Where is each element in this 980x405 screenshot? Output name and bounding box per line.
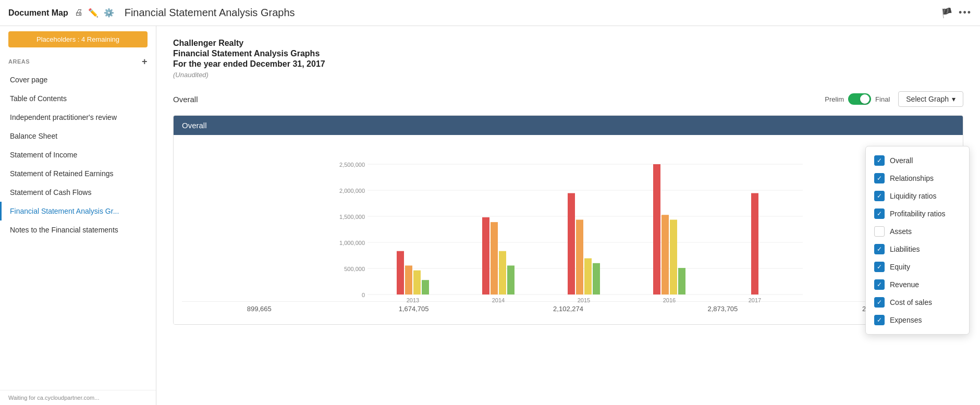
checkbox-cost-of-sales[interactable]: ✓ xyxy=(874,297,885,308)
document-header: Challenger Realty Financial Statement An… xyxy=(173,39,963,79)
placeholder-button[interactable]: Placeholders : 4 Remaining xyxy=(8,31,148,47)
content-area: Challenger Realty Financial Statement An… xyxy=(156,26,980,405)
sidebar-status: Waiting for ca.cycloudpartner.com... xyxy=(0,390,156,405)
chart-container: Overall 0 500,000 1,000,000 1,500,000 2,… xyxy=(173,115,963,325)
select-graph-button[interactable]: Select Graph ▾ xyxy=(898,91,963,107)
more-icon[interactable]: ••• xyxy=(959,7,972,18)
dropdown-item-relationships[interactable]: ✓Relationships xyxy=(866,169,969,187)
svg-text:2014: 2014 xyxy=(492,297,505,303)
chart-header: Overall xyxy=(174,116,963,135)
bar xyxy=(413,271,421,294)
checkbox-relationships[interactable]: ✓ xyxy=(874,173,885,183)
data-year-2016: 2,873,705 xyxy=(645,305,800,313)
sidebar-item-notes-to-financial[interactable]: Notes to the Financial statements xyxy=(0,220,156,239)
sidebar-item-label: Financial Statement Analysis Gr... xyxy=(10,207,119,215)
dropdown-item-expenses[interactable]: ✓Expenses xyxy=(866,311,969,329)
bar xyxy=(670,219,677,294)
dropdown-item-label: Overall xyxy=(890,156,913,165)
bar xyxy=(491,222,498,294)
sidebar-item-independent-review[interactable]: Independent practitioner's review xyxy=(0,108,156,127)
dropdown-item-assets[interactable]: Assets xyxy=(866,223,969,240)
sidebar-item-table-of-contents[interactable]: Table of Contents xyxy=(0,89,156,108)
bar xyxy=(422,280,429,294)
top-bar-icons: 🖨 ✏️ ⚙️ xyxy=(75,8,114,18)
dropdown-item-label: Relationships xyxy=(890,174,934,182)
print-icon[interactable]: 🖨 xyxy=(75,8,83,18)
data-year-2014: 1,674,705 xyxy=(336,305,491,313)
sidebar-item-label: Independent practitioner's review xyxy=(10,113,117,121)
svg-text:0: 0 xyxy=(362,292,365,298)
dropdown-item-label: Cost of sales xyxy=(890,298,932,306)
checkbox-assets[interactable] xyxy=(874,226,885,237)
dropdown-item-overall[interactable]: ✓Overall xyxy=(866,152,969,169)
chart-body: 0 500,000 1,000,000 1,500,000 2,000,000 … xyxy=(174,135,963,324)
data-table-row: 899,665 1,674,705 2,102,274 2,873,705 2,… xyxy=(182,301,954,316)
sidebar-item-statement-of-cash-flows[interactable]: Statement of Cash Flows xyxy=(0,183,156,202)
sidebar-item-balance-sheet[interactable]: Balance Sheet xyxy=(0,127,156,145)
company-name: Challenger Realty xyxy=(173,39,963,48)
bar xyxy=(678,268,685,294)
checkbox-liabilities[interactable]: ✓ xyxy=(874,244,885,254)
select-graph-dropdown: ✓Overall✓Relationships✓Liquidity ratios✓… xyxy=(865,146,970,335)
dropdown-item-label: Equity xyxy=(890,263,910,271)
dropdown-item-equity[interactable]: ✓Equity xyxy=(866,258,969,276)
svg-text:1,500,000: 1,500,000 xyxy=(339,214,365,220)
prelim-label: Prelim xyxy=(825,95,844,103)
bar-chart: 0 500,000 1,000,000 1,500,000 2,000,000 … xyxy=(182,143,954,300)
bar xyxy=(499,251,506,294)
bar xyxy=(662,215,669,294)
svg-text:2015: 2015 xyxy=(578,297,590,303)
svg-text:2,500,000: 2,500,000 xyxy=(339,162,365,168)
doc-subtitle: Financial Statement Analysis Graphs xyxy=(173,49,963,58)
dropdown-item-liquidity-ratios[interactable]: ✓Liquidity ratios xyxy=(866,187,969,205)
top-bar: Document Map 🖨 ✏️ ⚙️ Financial Statement… xyxy=(0,0,980,26)
checkbox-overall[interactable]: ✓ xyxy=(874,155,885,166)
bar xyxy=(751,193,758,294)
final-label: Final xyxy=(875,95,890,103)
sidebar-item-statement-of-income[interactable]: Statement of Income xyxy=(0,145,156,164)
bar xyxy=(584,259,592,294)
sidebar-item-label: Notes to the Financial statements xyxy=(10,226,118,234)
select-graph-label: Select Graph xyxy=(906,95,949,103)
sidebar-item-label: Statement of Cash Flows xyxy=(10,188,91,197)
doc-unaudited: (Unaudited) xyxy=(173,71,963,79)
chevron-down-icon: ▾ xyxy=(952,95,956,103)
svg-text:2,000,000: 2,000,000 xyxy=(339,188,365,194)
edit-icon[interactable]: ✏️ xyxy=(88,8,99,18)
chart-label: Overall xyxy=(173,95,198,104)
areas-label: AREAS xyxy=(8,58,30,65)
add-area-button[interactable]: + xyxy=(142,57,148,66)
sidebar-item-statement-of-retained-earnings[interactable]: Statement of Retained Earnings xyxy=(0,164,156,183)
dropdown-item-label: Expenses xyxy=(890,316,922,324)
checkbox-expenses[interactable]: ✓ xyxy=(874,315,885,325)
flag-icon[interactable]: 🏴 xyxy=(941,7,952,19)
svg-text:2013: 2013 xyxy=(407,297,419,303)
dropdown-item-liabilities[interactable]: ✓Liabilities xyxy=(866,240,969,258)
dropdown-item-revenue[interactable]: ✓Revenue xyxy=(866,276,969,293)
bar xyxy=(405,265,412,294)
bar xyxy=(507,265,514,294)
sidebar-section-header: AREAS + xyxy=(0,53,156,70)
svg-text:1,000,000: 1,000,000 xyxy=(339,240,365,246)
dropdown-item-cost-of-sales[interactable]: ✓Cost of sales xyxy=(866,293,969,311)
sidebar-item-financial-statement-graphs[interactable]: Financial Statement Analysis Gr... xyxy=(0,202,156,220)
bar xyxy=(568,193,575,294)
dropdown-item-label: Liabilities xyxy=(890,245,920,253)
settings-icon[interactable]: ⚙️ xyxy=(104,8,114,18)
page-title: Financial Statement Analysis Graphs xyxy=(114,7,941,19)
checkbox-profitability-ratios[interactable]: ✓ xyxy=(874,208,885,219)
prelim-final-toggle[interactable] xyxy=(848,93,871,105)
sidebar-item-label: Statement of Retained Earnings xyxy=(10,169,113,178)
top-bar-right: 🏴 ••• xyxy=(941,7,972,19)
checkbox-liquidity-ratios[interactable]: ✓ xyxy=(874,191,885,201)
checkbox-revenue[interactable]: ✓ xyxy=(874,279,885,290)
dropdown-item-profitability-ratios[interactable]: ✓Profitability ratios xyxy=(866,205,969,223)
chart-controls-right: Prelim Final Select Graph ▾ xyxy=(825,91,963,107)
dropdown-item-label: Assets xyxy=(890,227,912,236)
sidebar-item-label: Cover page xyxy=(10,76,47,84)
top-bar-left: Document Map 🖨 ✏️ ⚙️ xyxy=(8,8,114,18)
chart-controls: Overall Prelim Final Select Graph ▾ xyxy=(173,91,963,107)
prelim-final-toggle-group: Prelim Final xyxy=(825,93,890,105)
checkbox-equity[interactable]: ✓ xyxy=(874,262,885,272)
sidebar-item-cover-page[interactable]: Cover page xyxy=(0,70,156,89)
